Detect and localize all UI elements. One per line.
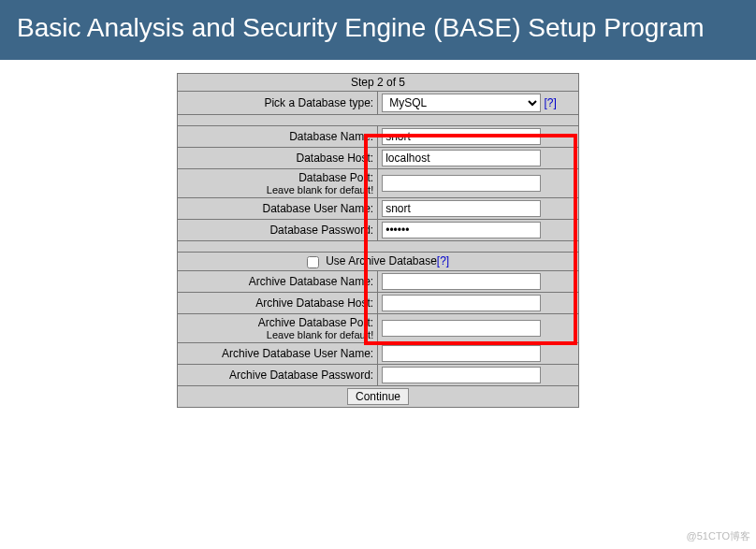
page-header: Basic Analysis and Security Engine (BASE… bbox=[0, 0, 756, 60]
archive-port-input[interactable] bbox=[382, 320, 541, 337]
db-port-input[interactable] bbox=[382, 175, 541, 192]
archive-password-label: Archive Database Password: bbox=[178, 364, 378, 385]
db-user-label: Database User Name: bbox=[178, 198, 378, 220]
archive-name-input[interactable] bbox=[382, 273, 541, 290]
db-type-select[interactable]: MySQL bbox=[382, 94, 541, 112]
archive-port-label: Archive Database Port: Leave blank for d… bbox=[178, 313, 378, 342]
setup-table: Step 2 of 5 Pick a Database type: MySQL … bbox=[177, 73, 579, 407]
db-name-input[interactable] bbox=[382, 128, 541, 145]
db-host-input[interactable] bbox=[382, 150, 541, 166]
archive-help[interactable]: [?] bbox=[437, 254, 449, 267]
watermark: @51CTO博客 bbox=[687, 529, 750, 543]
form-container: Step 2 of 5 Pick a Database type: MySQL … bbox=[0, 73, 756, 407]
spacer-row-2 bbox=[178, 241, 579, 253]
db-password-input[interactable] bbox=[382, 222, 541, 238]
db-type-label: Pick a Database type: bbox=[178, 92, 378, 115]
archive-password-input[interactable] bbox=[382, 367, 541, 383]
db-port-label: Database Port: Leave blank for default! bbox=[178, 169, 378, 198]
use-archive-label: Use Archive Database bbox=[326, 254, 437, 267]
step-title: Step 2 of 5 bbox=[178, 74, 579, 92]
page-title: Basic Analysis and Security Engine (BASE… bbox=[17, 13, 705, 42]
archive-host-label: Archive Database Host: bbox=[178, 292, 378, 313]
db-host-label: Database Host: bbox=[178, 148, 378, 169]
continue-button[interactable]: Continue bbox=[347, 388, 409, 405]
db-password-label: Database Password: bbox=[178, 220, 378, 241]
db-user-input[interactable] bbox=[382, 200, 541, 217]
archive-user-input[interactable] bbox=[382, 345, 541, 362]
spacer-row bbox=[178, 115, 579, 126]
archive-header: Use Archive Database[?] bbox=[178, 253, 579, 270]
archive-name-label: Archive Database Name: bbox=[178, 270, 378, 292]
archive-host-input[interactable] bbox=[382, 295, 541, 311]
db-type-help[interactable]: [?] bbox=[545, 96, 557, 109]
use-archive-checkbox[interactable] bbox=[307, 256, 319, 268]
archive-user-label: Archive Database User Name: bbox=[178, 342, 378, 364]
db-name-label: Database Name: bbox=[178, 126, 378, 148]
